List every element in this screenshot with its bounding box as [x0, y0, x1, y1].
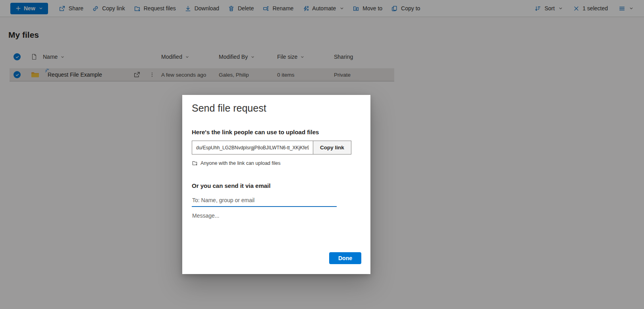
link-permission-note: Anyone with the link can upload files [192, 160, 361, 166]
link-section-heading: Here's the link people can use to upload… [192, 129, 361, 135]
copy-link-dialog-button[interactable]: Copy link [313, 141, 351, 154]
done-button[interactable]: Done [329, 252, 361, 264]
email-section-heading: Or you can send it via email [192, 182, 361, 189]
send-file-request-dialog: Send file request Here's the link people… [182, 95, 370, 274]
dialog-title: Send file request [192, 102, 361, 114]
upload-permission-icon [192, 160, 198, 166]
link-permission-text: Anyone with the link can upload files [201, 160, 281, 166]
recipient-input[interactable] [192, 195, 337, 207]
message-input[interactable] [192, 212, 359, 250]
request-link-input[interactable] [192, 141, 313, 154]
